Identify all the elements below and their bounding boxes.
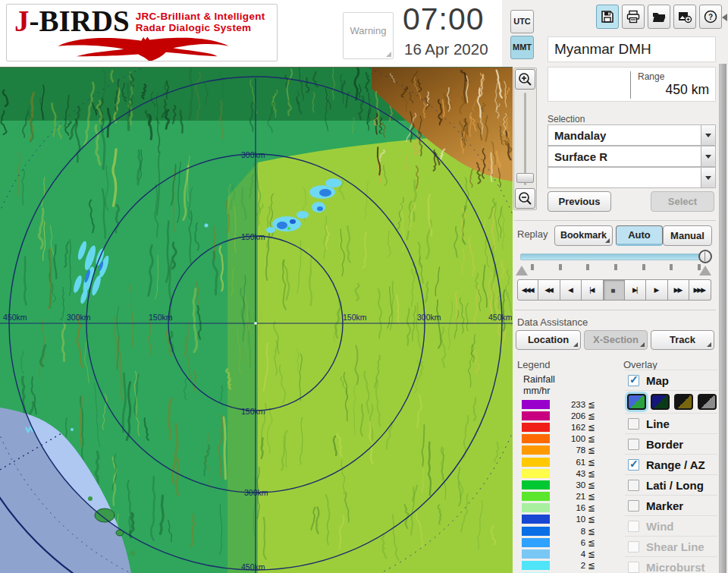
shear-line-checkbox xyxy=(628,541,639,553)
svg-text:450km: 450km xyxy=(3,313,27,322)
toolbar: ? xyxy=(596,5,722,29)
wind-checkbox xyxy=(628,521,639,532)
forward-fastest-button[interactable]: ▶▶▶ xyxy=(689,279,711,301)
overlay-row-border[interactable]: Border xyxy=(625,433,717,454)
select-button: Select xyxy=(651,191,714,212)
replay-range-end-marker[interactable] xyxy=(699,266,711,275)
print-button[interactable] xyxy=(622,5,645,29)
auto-mode-button[interactable]: Auto xyxy=(616,225,663,246)
help-button[interactable]: ? xyxy=(699,5,722,29)
lati-long-checkbox[interactable] xyxy=(628,480,639,491)
map-style-4[interactable] xyxy=(698,394,717,410)
range-value: 450 km xyxy=(666,82,709,98)
utc-button[interactable]: UTC xyxy=(510,10,534,33)
overlay-row-map[interactable]: Map xyxy=(625,370,717,390)
step-back-button[interactable]: |◀ xyxy=(582,279,603,301)
overlay-row-line[interactable]: Line xyxy=(625,413,717,433)
warning-panel[interactable]: Warning xyxy=(343,12,394,59)
svg-text:300km: 300km xyxy=(244,488,268,497)
track-button[interactable]: Track xyxy=(651,330,714,350)
step-forward-button[interactable]: ▶| xyxy=(625,279,646,301)
forward-fast-button[interactable]: ▶▶ xyxy=(668,279,689,301)
resize-grip-icon xyxy=(386,52,391,57)
zoom-in-button[interactable] xyxy=(515,69,535,90)
site-dropdown[interactable]: Mandalay xyxy=(548,124,716,146)
rewind-fastest-button[interactable]: ◀◀◀ xyxy=(517,279,538,301)
zoom-slider-track[interactable] xyxy=(524,93,526,185)
marker-checkbox[interactable] xyxy=(628,500,639,512)
chevron-down-icon[interactable] xyxy=(701,146,715,166)
product-dropdown[interactable]: Surface R xyxy=(548,146,716,167)
svg-text:?: ? xyxy=(708,13,713,21)
panel-collapse-arrow[interactable] xyxy=(722,14,727,21)
jbirds-logo: J-BIRDS JRC-Brilliant & Intelligent Rada… xyxy=(6,4,278,61)
snapshot-add-button[interactable] xyxy=(673,5,696,29)
svg-text:450km: 450km xyxy=(241,562,265,571)
legend-label: Legend xyxy=(517,359,550,370)
manual-mode-button[interactable]: Manual xyxy=(663,225,712,246)
play-reverse-button[interactable]: ◀ xyxy=(560,279,582,301)
replay-label: Replay xyxy=(517,228,548,240)
rainfall-legend: 233 ≦ 206 ≦ 162 ≦ 100 ≦ 78 ≦ 61 ≦ 43 ≦ 3… xyxy=(522,398,595,573)
option-dropdown[interactable] xyxy=(548,167,716,188)
site-dropdown-value: Mandalay xyxy=(548,129,701,142)
legend-unit-line2: mm/hr xyxy=(523,386,550,396)
replay-timeline-slider[interactable] xyxy=(520,253,711,260)
chevron-down-icon[interactable] xyxy=(701,168,715,187)
bookmark-button[interactable]: Bookmark xyxy=(554,225,613,246)
separator xyxy=(514,310,716,310)
playback-controls: ◀◀◀ ◀◀ ◀ |◀ ■ ▶| ▶ ▶▶ ▶▶▶ xyxy=(517,279,711,301)
svg-text:150km: 150km xyxy=(241,407,265,416)
map-style-swatches xyxy=(625,390,717,413)
save-button[interactable] xyxy=(596,5,619,29)
range-box: Range 450 km xyxy=(548,67,716,102)
svg-text:300km: 300km xyxy=(417,313,441,322)
map-style-2[interactable] xyxy=(651,394,670,410)
svg-text:150km: 150km xyxy=(343,313,367,322)
play-button[interactable]: ▶ xyxy=(646,279,667,301)
rewind-fast-button[interactable]: ◀◀ xyxy=(538,279,560,301)
warning-label: Warning xyxy=(350,25,387,36)
stop-button[interactable]: ■ xyxy=(604,279,625,301)
station-name-box: Myanmar DMH xyxy=(548,36,716,62)
selection-label: Selection xyxy=(548,114,585,124)
overlay-row-marker[interactable]: Marker xyxy=(625,495,717,515)
replay-slider-thumb[interactable] xyxy=(698,250,712,263)
zoom-slider-thumb[interactable] xyxy=(516,173,534,183)
svg-text:300km: 300km xyxy=(241,150,265,159)
overlay-row-lati-long[interactable]: Lati / Long xyxy=(625,474,717,495)
overlay-row-range-az[interactable]: Range / AZ xyxy=(625,454,717,474)
logo-title: J-BIRDS xyxy=(14,6,130,36)
svg-text:150km: 150km xyxy=(241,232,265,241)
replay-range-start-marker[interactable] xyxy=(516,266,528,275)
map-checkbox[interactable] xyxy=(628,375,639,386)
zoom-in-icon xyxy=(518,72,532,87)
open-folder-icon xyxy=(651,9,667,24)
map-style-1[interactable] xyxy=(627,394,646,410)
jbirds-app: J-BIRDS JRC-Brilliant & Intelligent Rada… xyxy=(0,0,728,573)
clock-time: 07:00 xyxy=(403,2,509,37)
overlay-row-wind: Wind xyxy=(625,515,717,536)
radar-map[interactable]: 450km 300km 150km 150km 300km 450km 300k… xyxy=(0,67,513,573)
open-folder-button[interactable] xyxy=(648,5,670,29)
map-zoom-control xyxy=(513,68,537,210)
svg-text:150km: 150km xyxy=(149,313,173,322)
svg-text:450km: 450km xyxy=(488,313,513,322)
help-icon: ? xyxy=(703,9,718,24)
previous-button[interactable]: Previous xyxy=(548,191,611,212)
location-button[interactable]: Location xyxy=(516,330,581,350)
mmt-button[interactable]: MMT xyxy=(510,36,534,59)
border-checkbox[interactable] xyxy=(628,439,639,450)
panel-scrollbar[interactable] xyxy=(719,64,726,573)
clock-date: 16 Apr 2020 xyxy=(404,40,518,58)
range-az-checkbox[interactable] xyxy=(628,459,639,471)
chevron-down-icon[interactable] xyxy=(701,125,715,145)
zoom-out-button[interactable] xyxy=(515,188,535,209)
line-checkbox[interactable] xyxy=(628,418,639,430)
eagle-icon xyxy=(16,33,271,61)
overlay-panel: Map Line Border Range / AZ Lati / Long M… xyxy=(625,370,717,573)
svg-text:300km: 300km xyxy=(67,313,91,322)
replay-slider-ticks xyxy=(531,264,701,270)
map-style-3[interactable] xyxy=(674,394,693,410)
logo-subtitle: JRC-Brilliant & Intelligent Radar Dialog… xyxy=(136,11,265,33)
